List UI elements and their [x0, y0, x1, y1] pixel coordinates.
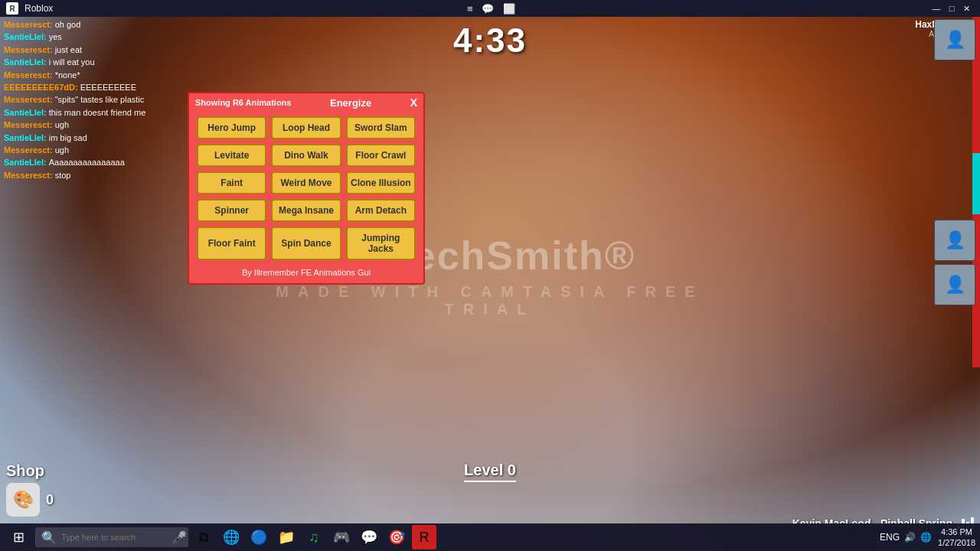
title-bar-left: R Roblox [6, 2, 53, 15]
task-view-button[interactable]: ⧉ [191, 525, 216, 549]
avatar-spacer [934, 64, 980, 217]
chat-message: EEEEEEEEEE [80, 83, 136, 92]
app-icon-red[interactable]: R [412, 525, 436, 549]
minimize-button[interactable]: — [929, 2, 943, 15]
game-timer: 4:33 [453, 21, 527, 60]
chat-icon[interactable]: 💬 [482, 3, 494, 15]
energize-label: Energize [330, 97, 371, 109]
chat-message: yes [49, 32, 62, 41]
chat-message: "spits" tastes like plastic [55, 95, 145, 104]
edge-icon[interactable]: 🌐 [219, 525, 243, 549]
animation-gui-header: Showing R6 Animations Energize X [189, 93, 423, 112]
chat-message: oh god [55, 20, 81, 29]
animation-button[interactable]: Spin Dance [271, 227, 341, 260]
taskbar-right: ENG 🔊 🌐 4:36 PM 1/27/2018 [880, 527, 975, 549]
start-button[interactable]: ⊞ [5, 523, 32, 551]
search-icon: 🔍 [41, 530, 57, 545]
sys-icons: ENG 🔊 🌐 [880, 532, 932, 543]
file-explorer-icon[interactable]: 📁 [274, 525, 299, 549]
animation-button[interactable]: Dino Walk [271, 144, 341, 167]
chat-sender: Messeresct: [4, 171, 55, 180]
animation-button[interactable]: Floor Crawl [346, 144, 416, 167]
clock-date: 1/27/2018 [938, 537, 975, 548]
chrome-icon[interactable]: 🔵 [247, 525, 271, 549]
chat-message: ugh [55, 120, 69, 129]
steam-icon[interactable]: 🎮 [329, 525, 354, 549]
title-bar: R Roblox ≡ 💬 ⬜ — □ ✕ [0, 0, 980, 17]
close-button[interactable]: ✕ [960, 2, 974, 15]
level-display: Level 0 [464, 461, 516, 482]
network-icon[interactable]: 🌐 [920, 532, 932, 543]
chat-line: Messeresct: *none* [4, 70, 188, 81]
animation-button[interactable]: Levitate [197, 144, 266, 167]
roblox-icon: R [6, 2, 18, 15]
shop-icon[interactable]: 🎨 [6, 483, 40, 517]
discord-icon[interactable]: 💬 [357, 525, 381, 549]
shop-area: Shop 🎨 0 [6, 462, 54, 517]
chat-sender: Messeresct: [4, 70, 55, 80]
animation-button[interactable]: Jumping Jacks [346, 227, 416, 260]
backpack-icon[interactable]: ⬜ [503, 3, 515, 15]
chat-message: just eat [55, 45, 82, 54]
chat-line: SantieLlel: Aaaaaaaaaaaaaaaa [4, 157, 188, 168]
chat-message: this man doesnt friend me [49, 108, 146, 117]
chat-message: im big sad [49, 133, 87, 142]
chat-sender: EEEEEEEEE67dD: [4, 83, 80, 92]
showing-label: Showing R6 Animations [195, 98, 292, 107]
chat-sender: SantieLlel: [4, 133, 49, 142]
search-bar[interactable]: 🔍 🎤 [35, 527, 188, 547]
chat-sender: SantieLlel: [4, 57, 49, 67]
maximize-button[interactable]: □ [945, 2, 959, 15]
taskbar: ⊞ 🔍 🎤 ⧉ 🌐 🔵 📁 ♫ 🎮 💬 🎯 R ENG 🔊 🌐 4:36 PM … [0, 523, 980, 551]
chat-sender: SantieLlel: [4, 158, 49, 167]
animation-button[interactable]: Hero Jump [197, 116, 266, 139]
animation-button[interactable]: Weird Move [271, 171, 341, 194]
eng-label: ENG [880, 532, 900, 543]
chat-sender: SantieLlel: [4, 32, 49, 41]
chat-line: EEEEEEEEE67dD: EEEEEEEEEE [4, 82, 188, 93]
chat-message: i will eat you [49, 57, 95, 67]
chat-sender: Messeresct: [4, 45, 55, 54]
avatar-panel: 👤 👤 👤 [934, 19, 980, 305]
spotify-icon[interactable]: ♫ [302, 525, 326, 549]
animation-button[interactable]: Floor Faint [197, 227, 266, 260]
chat-message: Aaaaaaaaaaaaaaaa [49, 158, 125, 167]
chat-message: stop [55, 171, 71, 180]
chat-line: SantieLlel: yes [4, 31, 188, 43]
animation-footer: By Illremember FE Animations Gui [189, 265, 423, 279]
volume-icon[interactable]: 🔊 [904, 532, 916, 543]
animation-button[interactable]: Sword Slam [346, 116, 416, 139]
clock-time: 4:36 PM [941, 527, 972, 537]
animation-gui: Showing R6 Animations Energize X Hero Ju… [188, 92, 425, 285]
chat-message: *none* [55, 70, 80, 80]
animation-button[interactable]: Loop Head [271, 116, 341, 139]
avatar-thumb-3: 👤 [934, 264, 975, 305]
chat-message: ugh [55, 145, 69, 155]
chat-sender: Messeresct: [4, 145, 55, 155]
close-gui-button[interactable]: X [410, 96, 417, 109]
chat-line: SantieLlel: this man doesnt friend me [4, 107, 188, 119]
chat-sender: SantieLlel: [4, 108, 49, 117]
title-bar-title: Roblox [24, 3, 53, 14]
animation-button[interactable]: Clone Illusion [346, 171, 416, 194]
chat-sender: Messeresct: [4, 95, 55, 104]
chat-line: Messeresct: "spits" tastes like plastic [4, 94, 188, 106]
clock[interactable]: 4:36 PM 1/27/2018 [938, 527, 975, 549]
animation-button[interactable]: Spinner [197, 199, 266, 222]
chat-line: Messeresct: ugh [4, 145, 188, 156]
avatar-thumb-2: 👤 [934, 220, 975, 261]
animation-button[interactable]: Arm Detach [346, 199, 416, 222]
chat-line: Messeresct: ugh [4, 119, 188, 131]
chat-line: Messeresct: oh god [4, 19, 188, 31]
mic-icon: 🎤 [172, 530, 187, 545]
roblox-taskbar-icon[interactable]: 🎯 [384, 525, 409, 549]
chat-line: SantieLlel: im big sad [4, 132, 188, 144]
chat-line: Messeresct: just eat [4, 44, 188, 56]
search-input[interactable] [61, 533, 167, 542]
title-bar-icons: ≡ 💬 ⬜ [467, 3, 516, 15]
menu-icon[interactable]: ≡ [467, 3, 473, 15]
shop-label[interactable]: Shop [6, 462, 44, 480]
animation-button[interactable]: Mega Insane [271, 199, 341, 222]
animation-grid: Hero JumpLoop HeadSword SlamLevitateDino… [189, 112, 423, 265]
animation-button[interactable]: Faint [197, 171, 266, 194]
